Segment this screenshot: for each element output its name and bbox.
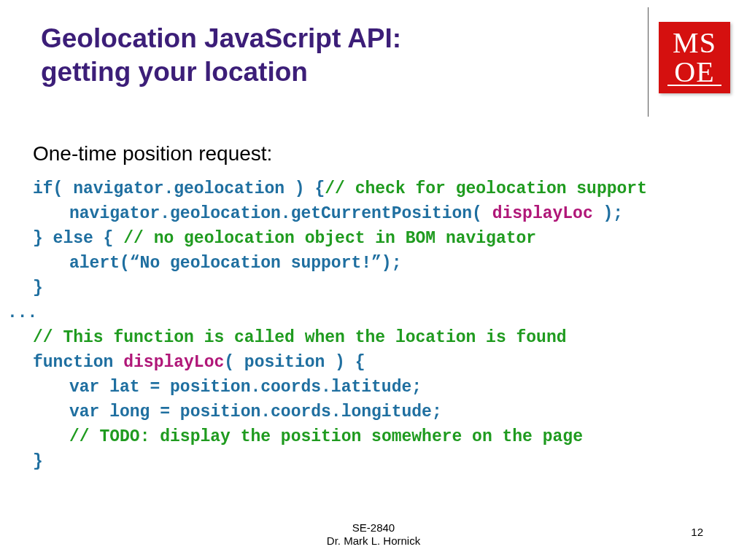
- divider: [648, 7, 649, 117]
- footer: SE-2840 Dr. Mark L. Hornick: [0, 521, 747, 549]
- code-line: // TODO: display the position somewhere …: [0, 424, 747, 449]
- logo-bottom: OE: [674, 58, 714, 87]
- footer-course: SE-2840: [352, 521, 395, 534]
- subtitle: One-time position request:: [33, 142, 272, 166]
- code-line: alert(“No geolocation support!”);: [0, 251, 747, 276]
- code-line: // This function is called when the loca…: [0, 325, 747, 350]
- code-line: var long = position.coords.longitude;: [0, 400, 747, 424]
- code-block: if( navigator.geolocation ) {// check fo…: [0, 176, 747, 474]
- code-line: var lat = position.coords.latitude;: [0, 375, 747, 400]
- code-line: ...: [0, 300, 747, 325]
- logo-msoe: MS OE: [659, 22, 730, 93]
- page-title: Geolocation JavaScript API: getting your…: [41, 22, 595, 90]
- logo-underline: [667, 85, 721, 86]
- page-number: 12: [691, 526, 703, 538]
- code-line: } else { // no geolocation object in BOM…: [0, 226, 747, 251]
- code-line: }: [0, 276, 747, 300]
- code-line: function displayLoc( position ) {: [0, 350, 747, 375]
- footer-author: Dr. Mark L. Hornick: [327, 534, 420, 547]
- code-line: if( navigator.geolocation ) {// check fo…: [0, 176, 747, 201]
- code-line: }: [0, 449, 747, 474]
- title-line-2: getting your location: [41, 57, 308, 87]
- code-line: navigator.geolocation.getCurrentPosition…: [0, 201, 747, 226]
- title-line-1: Geolocation JavaScript API:: [41, 23, 401, 53]
- slide: Geolocation JavaScript API: getting your…: [0, 0, 747, 560]
- logo-top: MS: [673, 28, 716, 58]
